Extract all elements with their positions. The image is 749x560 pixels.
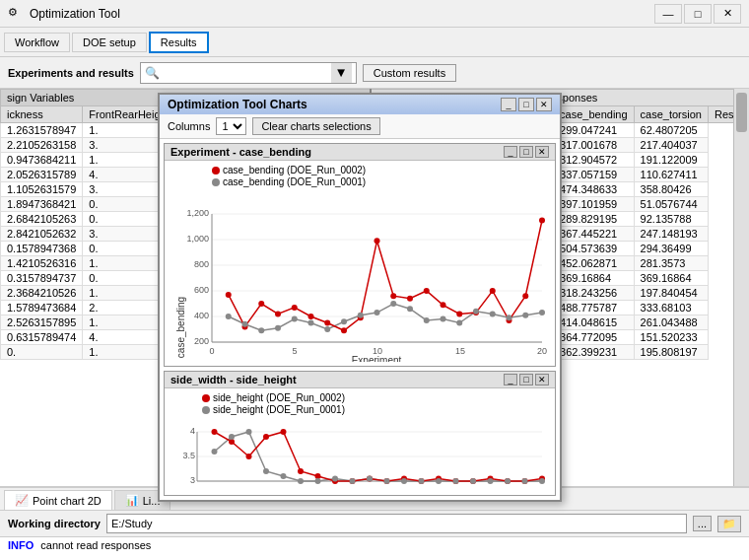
chart2-legend-dot-1 [202, 394, 210, 402]
svg-point-95 [315, 478, 321, 484]
svg-point-106 [505, 478, 511, 484]
svg-point-52 [407, 306, 413, 312]
table-cell: 317.001678 [554, 138, 635, 153]
table-cell: 367.445221 [554, 227, 635, 242]
search-dropdown-button[interactable]: ▼ [331, 63, 352, 83]
table-cell: 312.904572 [554, 153, 635, 168]
charts-win-controls: _ □ ✕ [501, 98, 552, 111]
info-row: INFO cannot read responses [0, 536, 749, 560]
chart2-title-bar: side_width - side_height _ □ ✕ [165, 372, 555, 388]
svg-point-93 [281, 473, 287, 479]
table-cell: 0.6315789474 [1, 330, 83, 345]
svg-point-43 [258, 327, 264, 333]
table-cell: 281.3573 [634, 256, 708, 271]
table-cell: 2.3684210526 [1, 286, 83, 301]
table-cell: 1.2631578947 [1, 123, 83, 138]
charts-window-title-bar[interactable]: Optimization Tool Charts _ □ ✕ [160, 95, 560, 114]
menu-doe-setup[interactable]: DOE setup [72, 33, 147, 52]
table-cell: 51.0576744 [634, 197, 708, 212]
svg-point-47 [324, 326, 330, 332]
search-icon: 🔍 [145, 66, 160, 80]
columns-label: Columns [168, 120, 210, 132]
table-cell: 0. [1, 345, 83, 360]
working-dir-folder-button[interactable]: 📁 [717, 516, 741, 532]
clear-charts-button[interactable]: Clear charts selections [252, 117, 379, 135]
svg-text:800: 800 [194, 259, 209, 269]
chart1-maximize[interactable]: □ [519, 146, 533, 158]
chart2-minimize[interactable]: _ [504, 374, 517, 385]
svg-point-74 [298, 468, 304, 474]
svg-point-34 [441, 302, 446, 308]
svg-point-27 [324, 320, 330, 326]
working-dir-browse-button[interactable]: ... [693, 516, 712, 531]
table-cell: 474.348633 [554, 182, 635, 197]
tab-point-chart-2d[interactable]: 📈 Point chart 2D [4, 490, 112, 510]
svg-text:case_bending: case_bending [175, 297, 186, 358]
svg-point-96 [332, 476, 338, 482]
title-bar: ⚙ Optimization Tool — □ ✕ [0, 0, 749, 28]
charts-window-title-text: Optimization Tool Charts [168, 98, 307, 111]
custom-results-button[interactable]: Custom results [363, 64, 456, 82]
table-cell: 289.829195 [554, 212, 635, 227]
table-cell: 397.101959 [554, 197, 635, 212]
charts-win-maximize[interactable]: □ [518, 98, 534, 111]
chart1-close[interactable]: ✕ [535, 146, 549, 158]
svg-text:200: 200 [194, 336, 209, 346]
col-case-torsion[interactable]: case_torsion [634, 106, 708, 123]
chart2-legend-dot-2 [202, 406, 210, 414]
table-cell: 333.68103 [634, 301, 708, 315]
charts-overlay-window: Optimization Tool Charts _ □ ✕ Columns 1… [158, 93, 562, 502]
working-dir-input[interactable] [106, 514, 687, 533]
maximize-button[interactable]: □ [684, 4, 712, 24]
chart1-area: case_bending (DOE_Run_0002) case_bending… [165, 161, 555, 366]
close-button[interactable]: ✕ [714, 4, 741, 24]
svg-text:600: 600 [194, 285, 209, 295]
menu-bar: Workflow DOE setup Results [0, 28, 749, 57]
columns-select[interactable]: 1 2 3 [216, 117, 246, 135]
svg-text:3.5: 3.5 [182, 451, 195, 460]
chart2-svg: 3 3.5 4 [172, 417, 557, 491]
svg-text:0: 0 [209, 346, 214, 356]
svg-point-31 [390, 293, 396, 299]
table-cell: 362.399231 [554, 345, 635, 360]
svg-point-89 [212, 449, 218, 455]
main-area: sign Variables Responses ickness FrontRe… [0, 89, 749, 560]
svg-point-28 [341, 327, 347, 333]
chart2-close[interactable]: ✕ [535, 374, 549, 385]
chart1-title-bar: Experiment - case_bending _ □ ✕ [165, 144, 555, 161]
chart1-minimize[interactable]: _ [504, 146, 517, 158]
svg-point-99 [384, 478, 390, 484]
table-cell: 488.775787 [554, 301, 635, 315]
svg-point-39 [522, 293, 528, 299]
search-input-wrap: 🔍 ▼ [140, 62, 357, 84]
table-cell: 191.122009 [634, 153, 708, 168]
charts-win-close[interactable]: ✕ [536, 98, 552, 111]
vertical-scrollbar[interactable] [733, 89, 749, 486]
chart2-legend-item-1: side_height (DOE_Run_0002) [202, 392, 547, 403]
menu-results[interactable]: Results [149, 32, 209, 53]
chart1-controls: _ □ ✕ [504, 146, 549, 158]
svg-point-97 [350, 478, 356, 484]
svg-point-104 [470, 478, 476, 484]
chart1-legend-dot-1 [212, 167, 220, 175]
chart2-maximize[interactable]: □ [519, 374, 533, 385]
table-cell: 261.043488 [634, 315, 708, 330]
svg-point-54 [441, 316, 446, 322]
svg-point-108 [539, 478, 545, 484]
svg-point-23 [258, 301, 264, 307]
table-cell: 0.9473684211 [1, 153, 83, 168]
table-cell: 92.135788 [634, 212, 708, 227]
svg-point-90 [229, 434, 235, 440]
svg-point-92 [263, 468, 269, 474]
chart1-legend-item-1: case_bending (DOE_Run_0002) [212, 165, 547, 175]
chart1-legend-label-1: case_bending (DOE_Run_0002) [223, 165, 366, 175]
menu-workflow[interactable]: Workflow [4, 33, 70, 52]
minimize-button[interactable]: — [654, 4, 682, 24]
point-chart-icon: 📈 [15, 494, 29, 507]
col-ickness[interactable]: ickness [1, 106, 83, 123]
chart2-legend-label-1: side_height (DOE_Run_0002) [213, 392, 345, 403]
svg-text:4: 4 [190, 426, 195, 436]
charts-win-minimize[interactable]: _ [501, 98, 516, 111]
col-case-bending[interactable]: case_bending [554, 106, 635, 123]
search-input[interactable] [160, 67, 331, 79]
